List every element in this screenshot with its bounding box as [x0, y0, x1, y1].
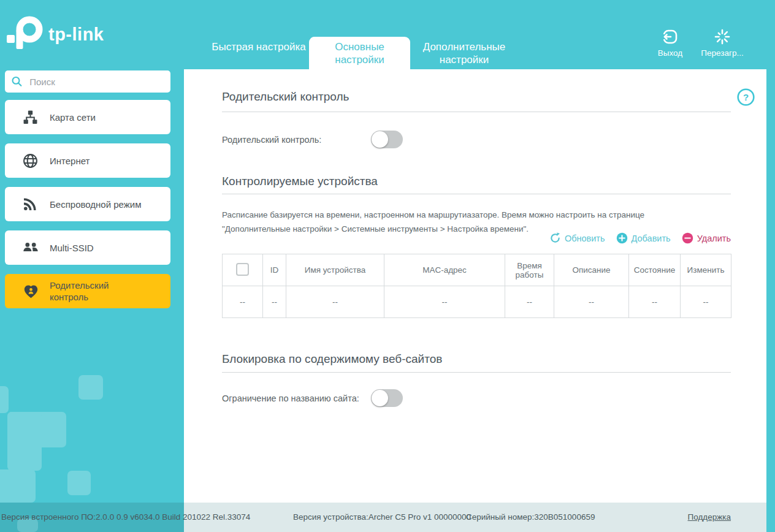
col-id: ID	[263, 254, 286, 286]
col-status: Состояние	[629, 254, 681, 286]
table-actions: Обновить Добавить Удалить	[222, 232, 731, 244]
divider	[222, 372, 731, 373]
schedule-description-line1: Расписание базируется на времени, настро…	[222, 210, 644, 219]
sidebar-item-parental-control[interactable]: Родительский контроль	[5, 274, 170, 308]
tab-advanced-settings[interactable]: Дополнительные настройки	[410, 37, 518, 69]
multi-ssid-icon	[23, 240, 39, 256]
refresh-label: Обновить	[565, 234, 605, 243]
sidebar-item-label: Multi-SSID	[50, 242, 94, 254]
logout-button[interactable]: Выход	[644, 27, 696, 58]
decor-square	[0, 469, 36, 503]
search-input[interactable]	[28, 76, 164, 88]
parental-control-icon	[23, 283, 39, 300]
decor-square	[78, 375, 103, 400]
cell-edit: --	[681, 286, 731, 318]
cell-select: --	[223, 286, 263, 318]
delete-icon	[682, 232, 693, 244]
tp-link-logo-icon	[6, 16, 44, 50]
delete-button[interactable]: Удалить	[682, 232, 731, 244]
decor-square	[67, 471, 91, 495]
sidebar-item-label: Карта сети	[50, 112, 96, 123]
cell-id: --	[263, 286, 286, 318]
globe-icon	[23, 153, 39, 169]
refresh-button[interactable]: Обновить	[549, 232, 605, 244]
parental-control-toggle-label: Родительский контроль:	[222, 135, 321, 145]
cell-mac-address: --	[384, 286, 505, 318]
search-icon	[11, 75, 23, 88]
refresh-icon	[549, 232, 561, 244]
tp-link-logo: tp-link	[6, 16, 104, 50]
toggle-knob	[372, 131, 388, 148]
top-tabs: Быстрая настройка Основные настройки Доп…	[208, 37, 518, 69]
col-mac-address: MAC-адрес	[384, 254, 505, 286]
add-label: Добавить	[632, 234, 671, 243]
site-name-restriction-toggle-label: Ограничение по названию сайта:	[222, 393, 359, 403]
col-edit: Изменить	[681, 254, 731, 286]
parental-control-toggle[interactable]	[371, 131, 403, 148]
divider	[222, 112, 731, 112]
sidebar-item-network-map[interactable]: Карта сети	[5, 100, 170, 134]
decor-square	[0, 386, 9, 413]
main-content: Родительский контроль ? Родительский кон…	[184, 69, 766, 503]
tab-basic-settings[interactable]: Основные настройки	[309, 37, 410, 69]
cell-work-time: --	[505, 286, 554, 318]
section-title-controlled-devices: Контролируемые устройства	[222, 175, 378, 188]
reboot-label: Перезагр...	[697, 48, 748, 58]
cell-device-name: --	[286, 286, 384, 318]
controlled-devices-table: ID Имя устройства MAC-адрес Время работы…	[222, 254, 731, 318]
cell-description: --	[554, 286, 629, 318]
table-header-row: ID Имя устройства MAC-адрес Время работы…	[223, 254, 731, 286]
select-all-checkbox[interactable]	[236, 263, 249, 276]
table-row: -- -- -- -- -- -- -- --	[223, 286, 731, 318]
section-title-parental-control: Родительский контроль	[222, 90, 349, 104]
logout-label: Выход	[644, 48, 696, 58]
section-title-content-blocking: Блокировка по содержимому веб-сайтов	[222, 352, 442, 366]
cell-status: --	[629, 286, 681, 318]
decor-square	[7, 412, 42, 471]
select-all-cell	[223, 254, 263, 286]
col-device-name: Имя устройства	[286, 254, 384, 286]
help-icon[interactable]: ?	[737, 88, 755, 106]
divider	[222, 194, 731, 194]
site-name-restriction-toggle[interactable]	[371, 389, 403, 407]
sidebar-item-multi-ssid[interactable]: Multi-SSID	[5, 230, 170, 265]
sidebar-item-internet[interactable]: Интернет	[5, 143, 170, 178]
network-map-icon	[23, 110, 39, 125]
sidebar-item-label: Родительский контроль	[50, 279, 123, 303]
col-work-time: Время работы	[505, 254, 554, 286]
logout-icon	[644, 27, 696, 47]
reboot-icon	[697, 27, 748, 47]
col-description: Описание	[554, 254, 629, 286]
serial-number: Серийный номер:320B051000659	[466, 503, 595, 532]
sidebar-item-label: Интернет	[50, 155, 90, 167]
sidebar-item-label: Беспроводной режим	[50, 199, 141, 210]
toggle-knob	[372, 390, 388, 406]
svg-text:?: ?	[743, 92, 749, 102]
wireless-icon	[23, 197, 39, 211]
add-button[interactable]: Добавить	[616, 232, 671, 244]
sidebar-item-wireless[interactable]: Беспроводной режим	[5, 187, 170, 221]
logo-text: tp-link	[48, 25, 104, 45]
delete-label: Удалить	[697, 234, 731, 243]
tab-quick-setup[interactable]: Быстрая настройка	[208, 37, 309, 69]
device-version: Версия устройства:Archer C5 Pro v1 00000…	[293, 503, 471, 532]
reboot-button[interactable]: Перезагр...	[697, 27, 748, 58]
add-icon	[616, 232, 628, 244]
firmware-version: Версия встроенного ПО:2.0.0 0.9 v6034.0 …	[1, 503, 250, 532]
support-link[interactable]: Поддержка	[688, 503, 731, 532]
sidebar-search	[5, 70, 170, 93]
